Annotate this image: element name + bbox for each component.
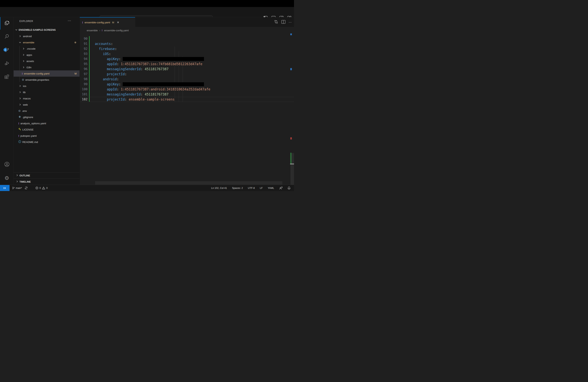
tree-item-label: lib [23,91,26,94]
tree-item-.vscode[interactable]: .vscode [14,45,80,52]
chevron-right-icon: › [99,29,100,32]
code-line-99[interactable]: 99 apiKey: [80,82,294,87]
tree-item-label: ensemble-config.yaml [24,72,49,75]
modified-badge: M [74,72,77,75]
line-content: projectId: ensemble-sample-screens [95,97,174,102]
gear-icon: ⚙ [22,78,24,81]
encoding-item[interactable]: UTF-8 [248,187,255,190]
code-line-94[interactable]: 94 apiKey: [80,56,294,62]
line-content: apiKey: [95,56,204,62]
breadcrumb-folder[interactable]: ensemble [87,29,98,32]
tree-item-web[interactable]: web [14,102,80,108]
warning-icon [42,187,45,190]
extensions-icon [4,74,9,80]
split-editor-icon[interactable] [281,20,285,24]
line-number: 98 [82,77,87,82]
tree-item-label: pubspec.yaml [21,134,37,137]
explorer-activity-button[interactable] [0,17,14,30]
line-number: 96 [82,66,87,72]
source-control-activity-button[interactable]: 1 [0,44,14,56]
line-number: 102 [82,97,87,102]
timeline-section-header[interactable]: TIMELINE [14,179,80,185]
remote-indicator[interactable] [0,185,10,191]
outline-section-header[interactable]: OUTLINE [14,172,80,179]
code-line-100[interactable]: 100 appId: 1:451181767387:android:341831… [80,87,294,92]
breadcrumb: ensemble › ! ensemble-config.yaml [80,27,294,33]
tree-item-README.md[interactable]: README.md [14,139,80,145]
overview-ruler-added [290,153,292,165]
search-activity-button[interactable] [0,31,14,43]
language-mode-item[interactable]: YAML [268,187,274,190]
code-line-97[interactable]: 97 projectId: [80,72,294,77]
code-line-92[interactable]: 92 firebase: [80,46,294,51]
tree-item-android[interactable]: android [14,33,80,39]
problems-status-item[interactable]: 0 0 [35,187,48,190]
tree-item-assets[interactable]: assets [14,58,80,64]
gear-icon: ⚙ [4,175,9,181]
code-line-101[interactable]: 101 messagingSenderId: 451181767387 [80,92,294,97]
files-icon [4,21,10,26]
tree-item-apps[interactable]: apps [14,52,80,58]
notifications-bell-icon[interactable] [288,187,291,190]
indentation-item[interactable]: Spaces: 2 [232,187,243,190]
code-editor[interactable]: 9091accounts:92 firebase:93 iOS:94 apiKe… [80,33,294,185]
chevron-right-icon [16,180,18,183]
yaml-warning-icon: ! [102,29,103,32]
tree-item-LICENSE[interactable]: LICENSE [14,127,80,133]
close-icon[interactable]: ✕ [117,21,119,24]
accounts-activity-button[interactable] [0,158,14,171]
feedback-icon[interactable] [279,187,283,190]
git-icon [18,115,21,119]
tree-item-analysis_options.yaml[interactable]: !analysis_options.yaml [14,120,80,127]
search-icon [4,34,9,40]
code-line-96[interactable]: 96 messagingSenderId: 451181767387 [80,66,294,72]
chevron-right-icon [18,104,22,106]
extensions-activity-button[interactable] [0,71,14,83]
workspace-section-header[interactable]: ENSEMBLE-SAMPLE-SCREENS [14,27,80,33]
line-content: appId: 1:451181767387:ios:74fb681bd58122… [95,62,202,66]
code-line-95[interactable]: 95 appId: 1:451181767387:ios:74fb681bd58… [80,62,294,66]
overview-ruler-mark [290,68,292,70]
eol-item[interactable]: LF [260,187,263,190]
open-changes-icon[interactable] [274,20,278,25]
tree-item-ensemble-config.yaml[interactable]: !ensemble-config.yamlM [14,70,80,77]
tree-item-ios[interactable]: ios [14,83,80,89]
tab-ensemble-config[interactable]: ! ensemble-config.yaml M ✕ [80,17,135,27]
tree-item-label: LICENSE [22,128,34,131]
tree-item-lib[interactable]: lib [14,89,80,95]
code-line-91[interactable]: 91accounts: [80,41,294,46]
line-content: messagingSenderId: 451181767387 [95,92,168,97]
git-branch-icon [12,187,15,190]
yaml-warning-icon: ! [22,72,23,75]
views-more-actions-icon[interactable]: ⋯ [68,19,71,23]
tree-item-ensemble.properties[interactable]: ⚙ensemble.properties [14,77,80,83]
branch-status-item[interactable]: main* [12,187,22,190]
run-debug-activity-button[interactable] [0,57,14,70]
tree-item-macos[interactable]: macos [14,95,80,102]
horizontal-scrollbar[interactable] [95,181,282,185]
title-bar: ensemble-sample-screens [0,7,294,17]
chevron-right-icon [18,91,22,93]
sync-status-item[interactable] [25,187,28,190]
cursor-position-item[interactable]: Ln 102, Col 41 [211,187,227,190]
gear-icon: ⚙ [18,109,21,112]
sync-icon [25,187,28,190]
code-line-102[interactable]: 102 projectId: ensemble-sample-screens [80,97,294,102]
tree-item-.env[interactable]: ⚙.env [14,108,80,114]
yaml-warning-icon: ! [18,134,19,138]
tree-item-label: ensemble [23,41,34,44]
settings-activity-button[interactable]: ⚙ [0,172,14,184]
run-debug-icon [4,61,9,66]
tree-item-i18n[interactable]: i18n [14,64,80,70]
code-line-93[interactable]: 93 iOS: [80,51,294,56]
tree-item-.gitignore[interactable]: .gitignore [14,114,80,120]
tree-item-ensemble[interactable]: ensemble [14,39,80,45]
tree-item-pubspec.yaml[interactable]: !pubspec.yaml [14,133,80,139]
chevron-right-icon [18,35,22,37]
code-line-98[interactable]: 98 android: [80,77,294,82]
more-actions-icon[interactable]: ⋯ [289,21,292,24]
info-icon [18,140,21,144]
tree-item-label: ensemble.properties [25,78,49,81]
breadcrumb-file[interactable]: ensemble-config.yaml [104,29,128,32]
code-line-90[interactable]: 90 [80,36,294,41]
